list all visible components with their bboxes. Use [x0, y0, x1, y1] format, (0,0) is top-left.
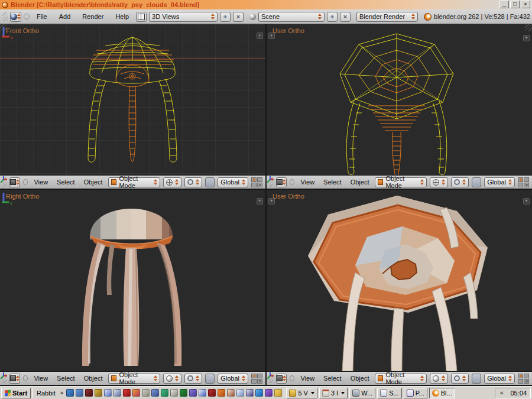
layer-button[interactable] — [257, 374, 262, 378]
menu-object[interactable]: Object — [348, 375, 372, 382]
menu-select[interactable]: Select — [320, 179, 345, 186]
layer-button[interactable] — [257, 177, 262, 182]
layer-button[interactable] — [257, 379, 262, 384]
window-purple-icon[interactable] — [189, 389, 197, 397]
paint-green-icon[interactable] — [161, 389, 168, 397]
menu-object[interactable]: Object — [348, 179, 372, 186]
menu-select[interactable]: Select — [54, 179, 78, 186]
pin-icon[interactable] — [23, 375, 28, 381]
no-entry-icon[interactable] — [123, 389, 131, 397]
viewport-user-wire-canvas[interactable]: User Ortho — [267, 24, 532, 175]
area-corner-grip[interactable] — [525, 24, 532, 31]
mode-selector[interactable]: Object Mode — [108, 374, 160, 384]
screen-layout-icon-button[interactable] — [136, 12, 147, 22]
taskbar-clock[interactable]: 05:04 — [509, 390, 527, 397]
region-expand-icon[interactable]: + — [268, 33, 275, 39]
shading-selector[interactable] — [430, 374, 448, 384]
layer-button-active[interactable] — [518, 374, 523, 378]
pivot-selector[interactable] — [184, 374, 202, 384]
viewport-user-solid-canvas[interactable]: User Ortho — [267, 190, 532, 371]
menu-select[interactable]: Select — [320, 375, 345, 382]
menu-add[interactable]: Add — [54, 13, 76, 20]
menu-file[interactable]: File — [32, 13, 52, 20]
viewport-user-ortho-wire[interactable]: User Ortho — [267, 24, 532, 189]
area-corner-grip[interactable] — [2, 12, 8, 21]
layer-button[interactable] — [251, 183, 257, 187]
editor-type-selector[interactable] — [9, 177, 20, 187]
layer-button[interactable] — [524, 374, 529, 378]
manipulator-toggle[interactable] — [205, 177, 215, 187]
ie-icon[interactable] — [255, 389, 263, 397]
manipulator-toggle[interactable] — [472, 177, 481, 187]
palette-icon[interactable] — [132, 389, 140, 397]
layers-widget[interactable] — [518, 177, 530, 187]
start-button[interactable]: Start — [1, 388, 31, 398]
calendar-app-icon[interactable] — [227, 389, 235, 397]
region-expand-icon[interactable]: + — [257, 198, 263, 205]
notepad-icon[interactable] — [246, 389, 254, 397]
maximize-button[interactable]: □ — [510, 1, 520, 8]
region-expand-icon[interactable]: + — [523, 198, 530, 205]
calculator-icon[interactable] — [113, 389, 121, 397]
blender-launch-icon[interactable] — [218, 389, 225, 397]
layer-button[interactable] — [518, 183, 523, 187]
layer-button[interactable] — [518, 379, 523, 384]
title-bar[interactable]: Blender [C:\Ratty\blender\blends\ratty_p… — [0, 0, 532, 9]
screen-layout-selector[interactable]: 3D Views — [149, 12, 218, 22]
pin-icon[interactable] — [23, 179, 28, 185]
grouped-task-button[interactable]: 5 V — [286, 388, 317, 398]
render-engine-selector[interactable]: Blender Render — [356, 12, 418, 22]
pivot-selector[interactable] — [451, 177, 469, 187]
menu-select[interactable]: Select — [54, 375, 78, 382]
menu-view[interactable]: View — [297, 179, 317, 186]
orientation-selector[interactable]: Global — [218, 374, 248, 384]
screen-add-button[interactable]: + — [220, 12, 231, 22]
menu-view[interactable]: View — [297, 375, 317, 382]
close-button[interactable]: × — [521, 1, 530, 8]
app-blue-person-icon[interactable] — [76, 389, 83, 397]
layer-button[interactable] — [251, 379, 257, 384]
mode-selector[interactable]: Object Mode — [375, 177, 427, 187]
pivot-selector[interactable] — [451, 374, 469, 384]
pin-icon[interactable] — [290, 179, 294, 185]
viewport-right-ortho[interactable]: Right Ortho — [0, 190, 265, 385]
scene-selector[interactable]: Scene — [258, 12, 325, 22]
editor-type-selector[interactable] — [276, 374, 287, 384]
menu-view[interactable]: View — [31, 179, 51, 186]
scene-delete-button[interactable]: × — [340, 12, 351, 22]
printer-icon[interactable] — [142, 389, 150, 397]
layers-widget[interactable] — [518, 374, 530, 384]
layers-widget[interactable] — [251, 374, 263, 384]
manipulator-toggle[interactable] — [205, 374, 215, 384]
layer-button[interactable] — [524, 183, 529, 187]
menu-object[interactable]: Object — [81, 375, 106, 382]
task-button-p[interactable]: P... — [404, 388, 427, 398]
square-green-icon[interactable] — [180, 389, 187, 397]
shading-selector[interactable] — [163, 374, 181, 384]
menu-object[interactable]: Object — [81, 179, 106, 186]
menu-help[interactable]: Help — [111, 13, 134, 20]
menu-render[interactable]: Render — [77, 13, 108, 20]
layer-button[interactable] — [524, 177, 529, 182]
viewport-front-canvas[interactable]: Front Ortho — [0, 24, 265, 175]
tray-chevron-icon[interactable]: « — [499, 390, 505, 396]
area-corner-grip[interactable] — [0, 24, 7, 31]
task-button-s[interactable]: S... — [377, 388, 402, 398]
pivot-selector[interactable] — [184, 177, 202, 187]
menu-view[interactable]: View — [31, 375, 51, 382]
layer-button[interactable] — [524, 379, 529, 384]
shading-selector[interactable] — [163, 177, 181, 187]
mode-selector[interactable]: Object Mode — [108, 177, 160, 187]
clock-app-icon[interactable] — [170, 389, 178, 397]
region-expand-icon[interactable]: + — [523, 35, 530, 41]
folder-yellow-icon[interactable] — [274, 389, 282, 397]
shading-selector[interactable] — [430, 177, 448, 187]
editor-type-selector[interactable] — [9, 374, 20, 384]
gears-yellow-icon[interactable] — [95, 389, 102, 397]
orientation-selector[interactable]: Global — [218, 177, 248, 187]
layer-button-active[interactable] — [518, 177, 523, 182]
pin-icon[interactable] — [290, 375, 294, 381]
pin-icon[interactable] — [24, 14, 30, 20]
editor-type-selector[interactable] — [10, 12, 21, 22]
region-expand-icon[interactable]: + — [268, 198, 275, 205]
